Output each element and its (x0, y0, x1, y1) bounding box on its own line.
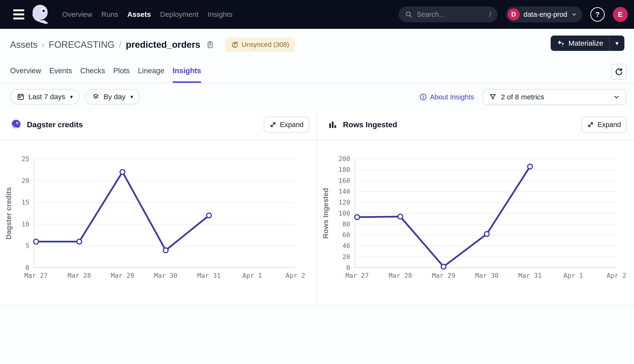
user-avatar[interactable]: E (613, 7, 628, 22)
search-box[interactable]: / (399, 6, 498, 22)
breadcrumb-group-link[interactable]: FORECASTING (49, 40, 114, 50)
materialize-caret-button[interactable]: ▾ (610, 36, 624, 51)
svg-text:180: 180 (338, 166, 350, 173)
breadcrumb-assets-link[interactable]: Assets (10, 40, 38, 50)
tab-lineage[interactable]: Lineage (138, 60, 164, 83)
svg-text:40: 40 (342, 242, 350, 250)
svg-text:200: 200 (338, 155, 350, 162)
svg-text:80: 80 (342, 220, 350, 228)
svg-text:Mar 30: Mar 30 (154, 272, 178, 279)
nav-item-assets[interactable]: Assets (127, 10, 151, 18)
help-button[interactable]: ? (590, 7, 605, 22)
breadcrumb-slash: / (119, 40, 122, 50)
nav-item-insights[interactable]: Insights (208, 10, 232, 18)
svg-text:Mar 31: Mar 31 (518, 272, 542, 279)
chart-body: 0510152025Mar 27Mar 28Mar 29Mar 30Mar 31… (0, 140, 316, 305)
svg-text:10: 10 (21, 220, 29, 228)
primary-nav: Overview Runs Assets Deployment Insights (62, 10, 232, 18)
expand-icon (270, 121, 277, 128)
materialize-button[interactable]: Materialize (551, 36, 609, 51)
workspace-switcher[interactable]: D data-eng-prod (506, 6, 582, 22)
expand-button-label: Expand (598, 121, 621, 129)
breadcrumb-chevron: › (42, 40, 44, 49)
chart-card-header: Dagster credits Expand (0, 109, 316, 140)
svg-text:20: 20 (342, 253, 350, 260)
bar-chart-icon (328, 120, 338, 130)
svg-text:Dagster credits: Dagster credits (4, 187, 12, 240)
sparkle-icon (556, 39, 565, 48)
layers-icon (92, 93, 100, 100)
svg-text:15: 15 (21, 198, 29, 206)
workspace-name: data-eng-prod (524, 10, 567, 18)
svg-text:60: 60 (342, 231, 350, 239)
metrics-filter-select[interactable]: 2 of 8 metrics (483, 89, 626, 105)
about-insights-link[interactable]: About Insights (419, 93, 474, 101)
svg-text:5: 5 (26, 242, 29, 250)
search-input[interactable] (416, 10, 486, 19)
funnel-icon (489, 93, 497, 101)
nav-item-deployment[interactable]: Deployment (160, 10, 198, 18)
tab-insights[interactable]: Insights (173, 60, 201, 83)
tab-overview[interactable]: Overview (10, 60, 41, 83)
chart-title: Rows Ingested (343, 120, 397, 129)
materialize-split-button: Materialize ▾ (551, 36, 624, 51)
svg-text:Mar 28: Mar 28 (68, 272, 91, 279)
svg-text:Mar 29: Mar 29 (432, 272, 455, 279)
date-range-filter-button[interactable]: Last 7 days ▾ (10, 89, 80, 104)
materialize-button-label: Materialize (568, 39, 603, 47)
filter-left-cluster: Last 7 days ▾ By day ▾ (10, 89, 140, 104)
asset-tabs-row: Overview Events Checks Plots Lineage Ins… (0, 60, 634, 83)
about-insights-label: About Insights (430, 93, 474, 101)
expand-button[interactable]: Expand (581, 117, 627, 132)
svg-text:0: 0 (26, 264, 29, 271)
svg-text:Apr 1: Apr 1 (242, 272, 262, 279)
calendar-icon (17, 93, 24, 100)
dagster-credits-line-chart: 0510152025Mar 27Mar 28Mar 29Mar 30Mar 31… (0, 140, 317, 305)
chart-card-dagster-credits: Dagster credits Expand 0510152025Mar 27M… (0, 109, 317, 305)
asset-tabs: Overview Events Checks Plots Lineage Ins… (10, 60, 201, 83)
tab-checks[interactable]: Checks (80, 60, 105, 83)
svg-text:Mar 27: Mar 27 (345, 272, 369, 279)
chart-title: Dagster credits (27, 120, 83, 129)
svg-text:Mar 28: Mar 28 (388, 272, 412, 279)
hamburger-menu-button[interactable] (13, 9, 24, 20)
nav-item-overview[interactable]: Overview (62, 10, 92, 18)
svg-text:0: 0 (346, 264, 350, 271)
refresh-button[interactable] (611, 64, 627, 80)
page-header: Assets › FORECASTING / predicted_orders … (0, 29, 634, 60)
clipboard-copy-icon[interactable] (206, 40, 215, 49)
chart-card-rows-ingested: Rows Ingested Expand 0204060801001201401… (317, 109, 634, 305)
insights-filter-row: Last 7 days ▾ By day ▾ About In (0, 83, 634, 109)
expand-icon (587, 121, 594, 128)
date-range-label: Last 7 days (28, 93, 65, 101)
svg-text:Mar 27: Mar 27 (24, 272, 48, 279)
svg-text:Mar 29: Mar 29 (111, 272, 134, 279)
svg-text:Mar 30: Mar 30 (475, 272, 498, 279)
search-icon (405, 10, 412, 18)
asset-name-title: predicted_orders (126, 40, 200, 50)
sync-alert-icon (231, 41, 239, 48)
refresh-icon (614, 68, 623, 76)
caret-down-icon: ▾ (70, 94, 73, 100)
granularity-label: By day (104, 93, 126, 101)
nav-right-cluster: / D data-eng-prod ? E (399, 6, 628, 22)
svg-text:120: 120 (338, 198, 350, 206)
granularity-filter-button[interactable]: By day ▾ (85, 89, 140, 104)
unsynced-status-badge[interactable]: Unsynced (308) (225, 38, 295, 52)
expand-button[interactable]: Expand (264, 117, 309, 132)
svg-text:160: 160 (338, 177, 350, 184)
dagster-logo[interactable] (30, 3, 51, 26)
svg-text:Mar 31: Mar 31 (197, 272, 221, 279)
nav-item-runs[interactable]: Runs (101, 10, 118, 18)
question-mark-icon: ? (595, 10, 600, 18)
expand-button-label: Expand (280, 121, 304, 129)
caret-down-icon: ▾ (130, 94, 133, 100)
dagster-logo-icon (10, 119, 22, 130)
search-shortcut-hint: / (489, 10, 491, 18)
filter-right-cluster: About Insights 2 of 8 metrics (419, 89, 626, 105)
tab-plots[interactable]: Plots (113, 60, 130, 83)
tab-events[interactable]: Events (49, 60, 72, 83)
chevron-down-icon (571, 11, 577, 18)
chart-body: 020406080100120140160180200Mar 27Mar 28M… (317, 140, 634, 305)
svg-text:100: 100 (338, 210, 350, 217)
